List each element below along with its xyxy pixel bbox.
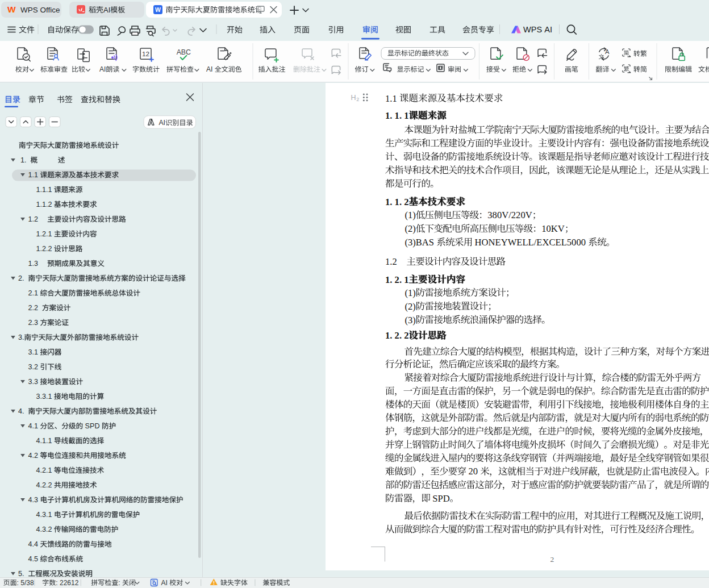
svg-text:2: 2 (356, 97, 359, 102)
svg-text:AI: AI (103, 6, 110, 14)
svg-text:(1): (1) (404, 210, 415, 220)
svg-text:WPS: WPS (20, 6, 38, 14)
svg-text:1.1.2: 1.1.2 (36, 201, 52, 208)
svg-text:(2): (2) (404, 301, 415, 312)
svg-text:A: A (605, 48, 610, 55)
svg-text:2.: 2. (395, 330, 402, 341)
svg-text:1.1: 1.1 (28, 171, 39, 179)
svg-text:1.3: 1.3 (28, 260, 39, 268)
svg-text:ABC: ABC (177, 48, 191, 56)
svg-text:SPD: SPD (85, 422, 100, 430)
svg-text:W: W (7, 5, 16, 14)
svg-text:(3): (3) (404, 315, 415, 326)
svg-text:Office: Office (40, 6, 60, 14)
svg-text:22612: 22612 (60, 579, 79, 587)
svg-text:1: 1 (404, 110, 408, 121)
svg-text:1.: 1. (385, 110, 392, 121)
svg-text:1.1.1: 1.1.1 (36, 186, 52, 194)
svg-text:1.2: 1.2 (385, 256, 397, 267)
svg-text:5.: 5. (18, 570, 24, 578)
svg-text:1.: 1. (385, 274, 392, 285)
svg-text:2.: 2. (18, 274, 24, 282)
svg-text:AI: AI (206, 65, 212, 73)
svg-text:20: 20 (469, 466, 478, 477)
svg-text:4.2.2: 4.2.2 (36, 481, 52, 489)
svg-text:SPD: SPD (432, 493, 449, 504)
svg-text:3.3: 3.3 (28, 378, 39, 386)
svg-text:(3)BAS: (3)BAS (404, 237, 434, 248)
svg-text:AI: AI (161, 579, 168, 587)
svg-text:4.3: 4.3 (28, 496, 39, 504)
svg-text:5/38: 5/38 (20, 579, 34, 587)
svg-text:4.5: 4.5 (28, 555, 39, 563)
svg-text::: : (118, 579, 120, 587)
svg-text:4.1.1: 4.1.1 (36, 437, 52, 445)
svg-text:AI: AI (544, 25, 552, 34)
svg-text::: : (17, 579, 19, 587)
svg-text:4.3.2: 4.3.2 (36, 526, 52, 533)
svg-text:1.2.2: 1.2.2 (36, 245, 52, 253)
svg-text:3.1: 3.1 (28, 348, 39, 356)
svg-text:1.: 1. (395, 197, 402, 207)
svg-text:4.3.1: 4.3.1 (36, 511, 52, 519)
svg-text::: : (56, 579, 57, 587)
svg-text:4.1: 4.1 (28, 422, 39, 430)
svg-text:4.: 4. (18, 407, 24, 415)
svg-text:1.: 1. (395, 110, 402, 121)
svg-text:AI: AI (159, 119, 165, 127)
svg-text:1.2: 1.2 (28, 215, 39, 223)
svg-text:(2): (2) (404, 223, 415, 234)
svg-text:1.2.1: 1.2.1 (36, 230, 52, 238)
svg-text:10KV: 10KV (541, 223, 565, 234)
svg-text:1.: 1. (385, 330, 392, 341)
svg-text:12: 12 (142, 50, 149, 57)
svg-text:2: 2 (404, 330, 408, 341)
svg-text:2: 2 (404, 197, 408, 207)
svg-text:2.3: 2.3 (28, 319, 39, 327)
svg-text:380V/220V: 380V/220V (487, 210, 532, 220)
svg-text:4.2.1: 4.2.1 (36, 466, 52, 474)
svg-text:1.: 1. (385, 197, 392, 207)
svg-text:3.: 3. (18, 333, 24, 341)
svg-text:3.2: 3.2 (28, 363, 39, 371)
svg-text:WPS: WPS (523, 25, 543, 34)
svg-text:4.2: 4.2 (28, 452, 39, 460)
svg-text:3.3.1: 3.3.1 (36, 393, 52, 401)
svg-text:2.2: 2.2 (28, 304, 39, 312)
svg-text:HONEYWELL/EXCEL5000: HONEYWELL/EXCEL5000 (475, 237, 586, 248)
svg-text:2.1: 2.1 (28, 289, 39, 297)
svg-text:1: 1 (404, 274, 408, 285)
svg-text:4.4: 4.4 (28, 540, 39, 548)
svg-text:1.1: 1.1 (385, 93, 397, 104)
svg-text:2.: 2. (395, 274, 402, 285)
svg-text:AI: AI (99, 65, 106, 73)
svg-text:2: 2 (550, 555, 554, 564)
svg-text:W: W (155, 6, 161, 13)
svg-text:1.: 1. (20, 156, 27, 164)
svg-text:(1): (1) (404, 287, 415, 298)
svg-text:H: H (351, 94, 356, 102)
